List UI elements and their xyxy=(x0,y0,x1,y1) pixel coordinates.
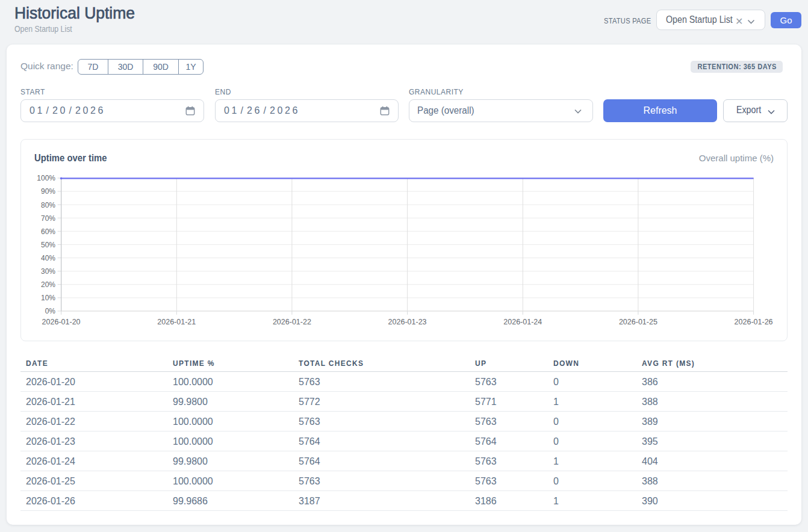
svg-text:0%: 0% xyxy=(45,307,56,315)
svg-text:20%: 20% xyxy=(41,280,55,289)
svg-text:70%: 70% xyxy=(41,214,55,223)
svg-text:10%: 10% xyxy=(41,294,55,302)
svg-text:2026-01-25: 2026-01-25 xyxy=(619,318,657,326)
svg-text:2026-01-23: 2026-01-23 xyxy=(388,318,427,326)
svg-text:90%: 90% xyxy=(41,187,55,196)
svg-text:100%: 100% xyxy=(37,174,55,182)
svg-text:2026-01-20: 2026-01-20 xyxy=(42,318,81,326)
svg-text:40%: 40% xyxy=(41,254,55,262)
svg-text:50%: 50% xyxy=(41,241,55,249)
svg-text:2026-01-22: 2026-01-22 xyxy=(273,318,311,326)
svg-text:80%: 80% xyxy=(41,201,55,209)
svg-text:2026-01-21: 2026-01-21 xyxy=(157,318,196,326)
svg-text:60%: 60% xyxy=(41,227,55,236)
svg-text:2026-01-24: 2026-01-24 xyxy=(503,318,542,326)
svg-text:2026-01-26: 2026-01-26 xyxy=(735,318,773,326)
svg-text:30%: 30% xyxy=(41,267,55,276)
